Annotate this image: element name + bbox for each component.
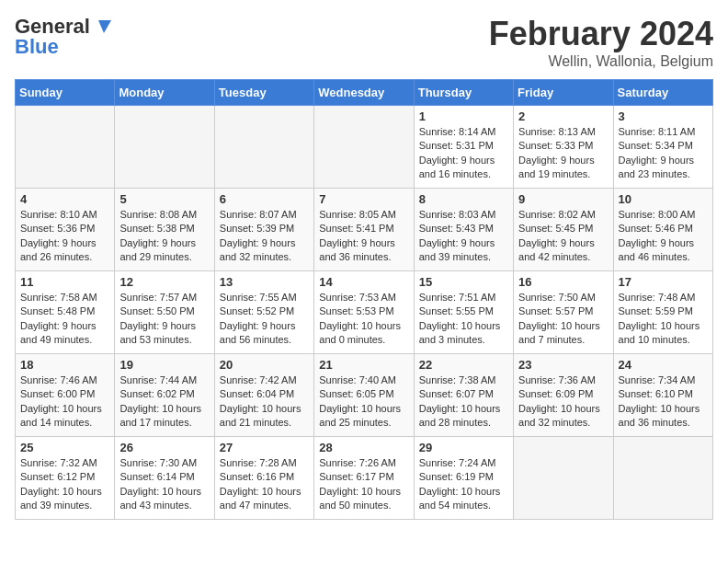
- calendar-cell: 12Sunrise: 7:57 AM Sunset: 5:50 PM Dayli…: [115, 271, 214, 354]
- calendar-cell: 7Sunrise: 8:05 AM Sunset: 5:41 PM Daylig…: [314, 189, 414, 271]
- day-info: Sunrise: 7:51 AM Sunset: 5:55 PM Dayligh…: [419, 291, 508, 348]
- calendar-cell: [514, 437, 613, 520]
- day-number: 20: [220, 358, 309, 372]
- day-info: Sunrise: 7:38 AM Sunset: 6:07 PM Dayligh…: [419, 373, 508, 431]
- calendar-cell: 27Sunrise: 7:28 AM Sunset: 6:16 PM Dayli…: [214, 437, 313, 520]
- day-number: 17: [619, 275, 708, 289]
- logo: General Blue: [15, 15, 112, 59]
- day-number: 14: [319, 275, 408, 289]
- week-row-1: 1Sunrise: 8:14 AM Sunset: 5:31 PM Daylig…: [16, 106, 713, 189]
- calendar-cell: [613, 437, 712, 520]
- day-number: 12: [119, 275, 209, 289]
- calendar-cell: 18Sunrise: 7:46 AM Sunset: 6:00 PM Dayli…: [16, 354, 115, 437]
- day-info: Sunrise: 7:36 AM Sunset: 6:09 PM Dayligh…: [518, 373, 608, 431]
- calendar-cell: [214, 106, 313, 189]
- calendar-table: SundayMondayTuesdayWednesdayThursdayFrid…: [15, 79, 713, 520]
- dow-header-saturday: Saturday: [613, 80, 712, 106]
- calendar-cell: [16, 106, 115, 189]
- day-info: Sunrise: 7:34 AM Sunset: 6:10 PM Dayligh…: [619, 373, 708, 431]
- day-info: Sunrise: 7:57 AM Sunset: 5:50 PM Dayligh…: [119, 291, 209, 348]
- title-area: February 2024 Wellin, Wallonia, Belgium: [489, 15, 713, 70]
- day-info: Sunrise: 8:13 AM Sunset: 5:33 PM Dayligh…: [518, 125, 608, 182]
- day-number: 19: [119, 358, 209, 372]
- week-row-5: 25Sunrise: 7:32 AM Sunset: 6:12 PM Dayli…: [16, 437, 713, 520]
- day-number: 23: [518, 358, 608, 372]
- month-title: February 2024: [489, 15, 713, 53]
- calendar-body: 1Sunrise: 8:14 AM Sunset: 5:31 PM Daylig…: [16, 106, 713, 520]
- day-info: Sunrise: 7:30 AM Sunset: 6:14 PM Dayligh…: [119, 456, 209, 513]
- dow-header-tuesday: Tuesday: [214, 80, 313, 106]
- calendar-cell: 14Sunrise: 7:53 AM Sunset: 5:53 PM Dayli…: [314, 271, 414, 354]
- calendar-cell: 11Sunrise: 7:58 AM Sunset: 5:48 PM Dayli…: [16, 271, 115, 354]
- day-number: 1: [419, 109, 508, 123]
- day-info: Sunrise: 7:40 AM Sunset: 6:05 PM Dayligh…: [319, 373, 408, 431]
- day-number: 8: [419, 192, 508, 206]
- week-row-3: 11Sunrise: 7:58 AM Sunset: 5:48 PM Dayli…: [16, 271, 713, 354]
- calendar-cell: 13Sunrise: 7:55 AM Sunset: 5:52 PM Dayli…: [214, 271, 313, 354]
- day-info: Sunrise: 8:14 AM Sunset: 5:31 PM Dayligh…: [419, 125, 508, 182]
- calendar-cell: 6Sunrise: 8:07 AM Sunset: 5:39 PM Daylig…: [214, 189, 313, 271]
- day-info: Sunrise: 7:32 AM Sunset: 6:12 PM Dayligh…: [20, 456, 109, 513]
- calendar-cell: 25Sunrise: 7:32 AM Sunset: 6:12 PM Dayli…: [16, 437, 115, 520]
- day-info: Sunrise: 7:53 AM Sunset: 5:53 PM Dayligh…: [319, 291, 408, 348]
- day-number: 3: [619, 109, 708, 123]
- day-number: 28: [319, 441, 408, 454]
- day-info: Sunrise: 7:55 AM Sunset: 5:52 PM Dayligh…: [220, 291, 309, 348]
- day-info: Sunrise: 8:11 AM Sunset: 5:34 PM Dayligh…: [619, 125, 708, 182]
- day-number: 27: [220, 441, 309, 454]
- day-number: 11: [20, 275, 109, 289]
- svg-marker-0: [98, 20, 111, 33]
- calendar-cell: [115, 106, 214, 189]
- day-number: 4: [20, 192, 109, 206]
- dow-header-friday: Friday: [514, 80, 613, 106]
- day-info: Sunrise: 8:00 AM Sunset: 5:46 PM Dayligh…: [619, 208, 708, 265]
- calendar-cell: 10Sunrise: 8:00 AM Sunset: 5:46 PM Dayli…: [613, 189, 712, 271]
- day-info: Sunrise: 8:02 AM Sunset: 5:45 PM Dayligh…: [518, 208, 608, 265]
- day-number: 22: [419, 358, 508, 372]
- calendar-cell: 1Sunrise: 8:14 AM Sunset: 5:31 PM Daylig…: [414, 106, 513, 189]
- day-number: 10: [619, 192, 708, 206]
- day-info: Sunrise: 7:58 AM Sunset: 5:48 PM Dayligh…: [20, 291, 109, 348]
- day-info: Sunrise: 7:46 AM Sunset: 6:00 PM Dayligh…: [20, 373, 109, 431]
- day-info: Sunrise: 7:44 AM Sunset: 6:02 PM Dayligh…: [119, 373, 209, 431]
- day-number: 13: [220, 275, 309, 289]
- calendar-cell: 21Sunrise: 7:40 AM Sunset: 6:05 PM Dayli…: [314, 354, 414, 437]
- day-info: Sunrise: 8:05 AM Sunset: 5:41 PM Dayligh…: [319, 208, 408, 265]
- day-info: Sunrise: 8:03 AM Sunset: 5:43 PM Dayligh…: [419, 208, 508, 265]
- calendar-cell: 22Sunrise: 7:38 AM Sunset: 6:07 PM Dayli…: [414, 354, 513, 437]
- day-number: 15: [419, 275, 508, 289]
- calendar-cell: [314, 106, 414, 189]
- day-number: 18: [20, 358, 109, 372]
- calendar-cell: 5Sunrise: 8:08 AM Sunset: 5:38 PM Daylig…: [115, 189, 214, 271]
- calendar-cell: 28Sunrise: 7:26 AM Sunset: 6:17 PM Dayli…: [314, 437, 414, 520]
- calendar-cell: 20Sunrise: 7:42 AM Sunset: 6:04 PM Dayli…: [214, 354, 313, 437]
- calendar-cell: 8Sunrise: 8:03 AM Sunset: 5:43 PM Daylig…: [414, 189, 513, 271]
- header: General Blue February 2024 Wellin, Wallo…: [15, 15, 713, 70]
- calendar-cell: 17Sunrise: 7:48 AM Sunset: 5:59 PM Dayli…: [613, 271, 712, 354]
- calendar-cell: 15Sunrise: 7:51 AM Sunset: 5:55 PM Dayli…: [414, 271, 513, 354]
- day-number: 25: [20, 441, 109, 454]
- calendar-cell: 3Sunrise: 8:11 AM Sunset: 5:34 PM Daylig…: [613, 106, 712, 189]
- dow-header-monday: Monday: [115, 80, 214, 106]
- logo-blue: Blue: [15, 35, 59, 59]
- week-row-4: 18Sunrise: 7:46 AM Sunset: 6:00 PM Dayli…: [16, 354, 713, 437]
- day-number: 9: [518, 192, 608, 206]
- day-number: 29: [419, 441, 508, 454]
- day-info: Sunrise: 8:07 AM Sunset: 5:39 PM Dayligh…: [220, 208, 309, 265]
- day-info: Sunrise: 7:26 AM Sunset: 6:17 PM Dayligh…: [319, 456, 408, 513]
- calendar-cell: 26Sunrise: 7:30 AM Sunset: 6:14 PM Dayli…: [115, 437, 214, 520]
- day-number: 16: [518, 275, 608, 289]
- day-number: 24: [619, 358, 708, 372]
- calendar-cell: 9Sunrise: 8:02 AM Sunset: 5:45 PM Daylig…: [514, 189, 613, 271]
- calendar-cell: 2Sunrise: 8:13 AM Sunset: 5:33 PM Daylig…: [514, 106, 613, 189]
- dow-header-thursday: Thursday: [414, 80, 513, 106]
- calendar-cell: 4Sunrise: 8:10 AM Sunset: 5:36 PM Daylig…: [16, 189, 115, 271]
- day-info: Sunrise: 7:28 AM Sunset: 6:16 PM Dayligh…: [220, 456, 309, 513]
- day-number: 7: [319, 192, 408, 206]
- day-number: 6: [220, 192, 309, 206]
- day-info: Sunrise: 8:08 AM Sunset: 5:38 PM Dayligh…: [119, 208, 209, 265]
- day-info: Sunrise: 7:42 AM Sunset: 6:04 PM Dayligh…: [220, 373, 309, 431]
- calendar-cell: 19Sunrise: 7:44 AM Sunset: 6:02 PM Dayli…: [115, 354, 214, 437]
- day-info: Sunrise: 7:24 AM Sunset: 6:19 PM Dayligh…: [419, 456, 508, 513]
- dow-header-sunday: Sunday: [16, 80, 115, 106]
